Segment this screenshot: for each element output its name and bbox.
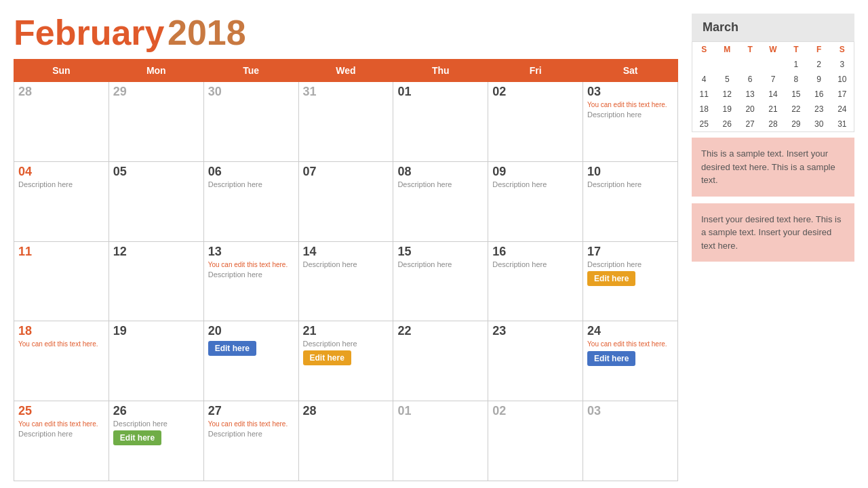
day-number: 14 [303, 245, 389, 259]
mini-cal-row: 123 [692, 57, 854, 72]
mini-cal-cell: 8 [785, 72, 808, 87]
calendar-day-cell: 31 [298, 82, 393, 162]
calendar-day-cell: 23 [488, 321, 583, 401]
calendar-day-cell: 22 [393, 321, 488, 401]
day-number: 06 [208, 165, 294, 179]
day-number: 01 [397, 85, 484, 99]
description-text: Description here [208, 270, 294, 279]
mini-cal-cell: 20 [738, 102, 762, 117]
edit-button-green[interactable]: Edit here [113, 430, 161, 445]
calendar-day-cell: 14Description here [298, 241, 393, 321]
mini-cal-cell: 3 [831, 57, 854, 72]
day-number: 20 [208, 324, 294, 338]
day-number: 23 [492, 324, 578, 338]
day-number: 08 [397, 165, 484, 179]
calendar-day-cell: 21Description hereEdit here [298, 321, 393, 401]
edit-button[interactable]: Edit here [208, 341, 256, 356]
calendar-day-cell: 11 [14, 241, 109, 321]
mini-weekday-row: SMTWTFS [692, 42, 854, 58]
description-text: Description here [492, 260, 578, 268]
edit-note: You can edit this text here. [208, 260, 294, 269]
mini-weekday-header: W [762, 42, 785, 58]
day-number: 28 [303, 404, 389, 418]
weekday-header: Fri [488, 60, 583, 82]
day-number: 28 [18, 85, 104, 99]
calendar-day-cell: 10Description here [583, 161, 678, 241]
edit-note: You can edit this text here. [18, 340, 104, 348]
day-number: 11 [18, 245, 104, 259]
calendar-day-cell: 12 [108, 241, 203, 321]
mini-cal-cell: 14 [762, 87, 785, 102]
weekday-header: Sun [14, 60, 109, 82]
title-month: February [14, 13, 165, 52]
calendar-week-row: 04Description here0506Description here07… [14, 161, 678, 241]
day-number: 04 [18, 165, 104, 179]
day-number: 01 [397, 404, 484, 418]
mini-weekday-header: T [785, 42, 808, 58]
calendar-day-cell: 08Description here [393, 161, 488, 241]
day-number: 24 [587, 324, 673, 338]
calendar-day-cell: 29 [108, 82, 203, 162]
weekday-header: Wed [298, 60, 393, 82]
calendar-week-row: 111213You can edit this text here.Descri… [14, 241, 678, 321]
mini-cal-body: 1234567891011121314151617181920212223242… [692, 57, 854, 132]
calendar-day-cell: 26Description hereEdit here [108, 401, 203, 481]
day-number: 30 [208, 85, 294, 99]
calendar-day-cell: 19 [108, 321, 203, 401]
mini-weekday-header: S [831, 42, 854, 58]
calendar-table: SunMonTueWedThuFriSat 28293031010203You … [14, 59, 678, 481]
mini-cal-cell: 18 [692, 102, 716, 117]
mini-cal-cell: 25 [692, 117, 716, 132]
description-text: Description here [492, 180, 578, 188]
edit-button[interactable]: Edit here [587, 351, 635, 366]
calendar-day-cell: 01 [393, 401, 488, 481]
description-text: Description here [397, 180, 484, 188]
day-number: 02 [492, 404, 578, 418]
description-text: Description here [18, 430, 104, 438]
mini-cal-cell: 12 [715, 87, 738, 102]
mini-cal-cell: 13 [738, 87, 762, 102]
mini-cal-cell [715, 57, 738, 72]
mini-cal-cell [692, 57, 716, 72]
sidebar-month-title: March [692, 14, 854, 41]
edit-button[interactable]: Edit here [587, 271, 635, 286]
mini-cal-row: 45678910 [692, 72, 854, 87]
mini-cal-cell: 23 [808, 102, 831, 117]
description-text: Description here [303, 340, 389, 348]
day-number: 22 [397, 324, 484, 338]
edit-button[interactable]: Edit here [303, 350, 351, 365]
mini-cal-cell: 19 [715, 102, 738, 117]
calendar-day-cell: 18You can edit this text here. [14, 321, 109, 401]
calendar-day-cell: 06Description here [203, 161, 298, 241]
calendar-day-cell: 20Edit here [203, 321, 298, 401]
mini-cal-cell [762, 57, 785, 72]
calendar-day-cell: 25You can edit this text here.Descriptio… [14, 401, 109, 481]
mini-cal-cell: 17 [831, 87, 854, 102]
description-text: Description here [587, 260, 673, 268]
title-year: 2018 [167, 13, 246, 52]
mini-cal-cell: 22 [785, 102, 808, 117]
calendar-title: February 2018 [14, 14, 678, 52]
mini-cal-cell: 7 [762, 72, 785, 87]
day-number: 29 [113, 85, 199, 99]
mini-cal-cell: 26 [715, 117, 738, 132]
mini-weekday-header: F [808, 42, 831, 58]
description-text: Description here [397, 260, 484, 268]
edit-note: You can edit this text here. [18, 420, 104, 428]
calendar-day-cell: 02 [488, 82, 583, 162]
mini-cal-row: 25262728293031 [692, 117, 854, 132]
calendar-day-cell: 28 [14, 82, 109, 162]
mini-cal-cell: 11 [692, 87, 716, 102]
day-number: 15 [397, 245, 484, 259]
weekday-header-row: SunMonTueWedThuFriSat [14, 60, 678, 82]
sidebar: March SMTWTFS 12345678910111213141516171… [692, 14, 854, 481]
mini-calendar: SMTWTFS 12345678910111213141516171819202… [692, 41, 854, 132]
calendar-day-cell: 09Description here [488, 161, 583, 241]
calendar-day-cell: 03You can edit this text here.Descriptio… [583, 82, 678, 162]
mini-cal-cell: 4 [692, 72, 716, 87]
mini-cal-cell: 15 [785, 87, 808, 102]
calendar-week-row: 18You can edit this text here.1920Edit h… [14, 321, 678, 401]
day-number: 31 [303, 85, 389, 99]
day-number: 10 [587, 165, 673, 179]
mini-cal-cell: 29 [785, 117, 808, 132]
